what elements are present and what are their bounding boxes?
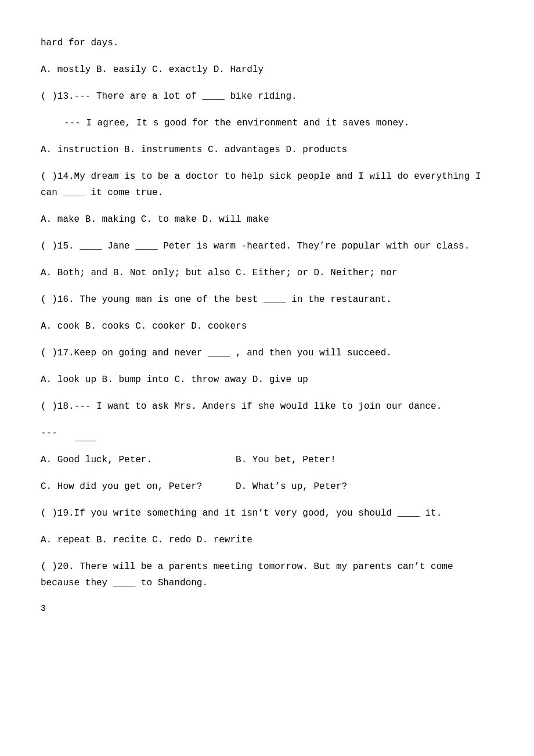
q18-option-c: C. How did you get on, Peter? (41, 481, 202, 492)
q14-options: A. make B. making C. to make D. will mak… (41, 211, 493, 228)
q15-options: A. Both; and B. Not only; but also C. Ei… (41, 265, 493, 281)
q18-blank (75, 441, 96, 441)
q17-stem: ( )17.Keep on going and never ____ , and… (41, 345, 493, 361)
q19-options: A. repeat B. recite C. redo D. rewrite (41, 532, 493, 548)
q18-stem: ( )18.--- I want to ask Mrs. Anders if s… (41, 398, 493, 415)
q14-stem: ( )14.My dream is to be a doctor to help… (41, 168, 493, 201)
q18-options-ab: A. Good luck, Peter. B. You bet, Peter! (41, 452, 493, 468)
q16-options: A. cook B. cooks C. cooker D. cookers (41, 318, 493, 334)
q18-options-cd: C. How did you get on, Peter? D. What’s … (41, 478, 493, 495)
q17-options: A. look up B. bump into C. throw away D.… (41, 372, 493, 388)
q13-options: A. instruction B. instruments C. advanta… (41, 142, 493, 158)
exam-content: hard for days. A. mostly B. easily C. ex… (41, 35, 493, 617)
q19-stem: ( )19.If you write something and it isn’… (41, 505, 493, 521)
q18-option-b: B. You bet, Peter! (236, 455, 336, 465)
q20-stem: ( )20. There will be a parents meeting t… (41, 559, 493, 591)
q18-dashes: --- (41, 428, 57, 438)
q13-stem: ( )13.--- There are a lot of ____ bike r… (41, 88, 493, 105)
intro-line: hard for days. (41, 35, 493, 51)
page-number: 3 (41, 602, 493, 617)
q16-stem: ( )16. The young man is one of the best … (41, 291, 493, 308)
q15-stem: ( )15. ____ Jane ____ Peter is warm -hea… (41, 238, 493, 254)
q18-response: --- (41, 425, 493, 441)
q13-response: --- I agree, It s good for the environme… (41, 115, 493, 131)
q18-option-d: D. What’s up, Peter? (236, 481, 347, 492)
q12-options: A. mostly B. easily C. exactly D. Hardly (41, 62, 493, 78)
q18-option-a: A. Good luck, Peter. (41, 455, 152, 465)
